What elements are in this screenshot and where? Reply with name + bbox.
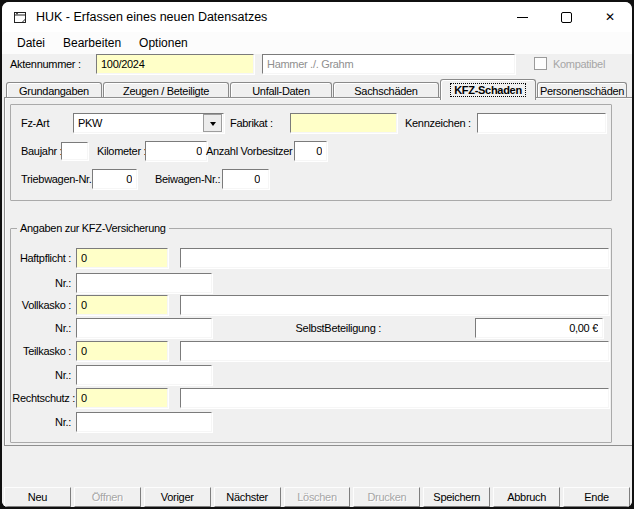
triebwagen-input[interactable] (92, 169, 137, 189)
close-button[interactable]: ✕ (588, 2, 632, 32)
teilkasko-nr-input[interactable] (76, 365, 212, 385)
kennzeichen-input[interactable] (477, 113, 606, 133)
form-icon (12, 9, 28, 25)
teilkasko-label: Teilkasko : (11, 341, 71, 361)
window-controls: ✕ (500, 2, 632, 32)
vollkasko-label: Vollkasko : (11, 295, 71, 315)
vollkasko-amount-input[interactable] (76, 295, 168, 315)
beiwagen-input[interactable] (222, 169, 269, 189)
minimize-icon (517, 17, 528, 18)
vollkasko-nr-input[interactable] (76, 318, 212, 338)
fzart-label: Fz-Art (21, 113, 49, 133)
close-icon: ✕ (605, 11, 615, 23)
speichern-button[interactable]: Speichern (423, 487, 490, 507)
buttonbar: Neu Öffnen Voriger Nächster Löschen Druc… (4, 487, 630, 507)
vorbesitzer-label: Anzahl Vorbesitzer : (206, 141, 290, 161)
kfz-versicherung-title: Angaben zur KFZ-Versicherung (17, 222, 169, 234)
maximize-button[interactable] (544, 2, 588, 32)
vehicle-group: Fz-Art PKW Fabrikat : Kennzeichen : Bauj… (10, 104, 612, 201)
rechtschutz-name-input[interactable] (180, 388, 609, 408)
naechster-button[interactable]: Nächster (214, 487, 281, 507)
chevron-down-icon (210, 122, 216, 129)
aktennummer-row: Aktennummer : Kompatibel (2, 54, 632, 74)
neu-button[interactable]: Neu (4, 487, 71, 507)
menubar: Datei Bearbeiten Optionen (2, 32, 632, 54)
oeffnen-button: Öffnen (74, 487, 141, 507)
fzart-value: PKW (74, 114, 202, 132)
menu-item-bearbeiten[interactable]: Bearbeiten (54, 34, 130, 52)
fabrikat-input[interactable] (290, 113, 397, 133)
haftpflicht-name-input[interactable] (180, 248, 609, 268)
haftpflicht-amount-input[interactable] (76, 248, 168, 268)
teilkasko-nr-label: Nr.: (11, 365, 71, 385)
beiwagen-label: Beiwagen-Nr.: (155, 169, 220, 189)
kilometer-label: Kilometer : (97, 141, 146, 161)
vollkasko-nr-label: Nr.: (11, 318, 71, 338)
app-window: HUK - Erfassen eines neuen Datensatzes ✕… (0, 0, 634, 509)
case-name-input[interactable] (262, 54, 515, 74)
ende-button[interactable]: Ende (563, 487, 630, 507)
form-body: Aktennummer : Kompatibel Grundangaben Ze… (2, 54, 632, 507)
titlebar: HUK - Erfassen eines neuen Datensatzes ✕ (2, 2, 632, 32)
fzart-combobox[interactable]: PKW (73, 113, 224, 133)
fzart-dropdown-button[interactable] (203, 114, 222, 132)
rechtschutz-label: Rechtschutz : (11, 388, 75, 408)
vorbesitzer-input[interactable] (294, 141, 327, 161)
selbstbeteiligung-input[interactable] (475, 318, 603, 338)
teilkasko-amount-input[interactable] (76, 341, 168, 361)
rechtschutz-nr-input[interactable] (76, 412, 212, 432)
kilometer-input[interactable] (145, 141, 207, 161)
window-title: HUK - Erfassen eines neuen Datensatzes (36, 10, 267, 24)
fabrikat-label: Fabrikat : (230, 113, 273, 133)
kompatibel-label: Kompatibel (553, 54, 605, 74)
haftpflicht-nr-input[interactable] (76, 273, 212, 293)
teilkasko-name-input[interactable] (180, 341, 609, 361)
maximize-icon (561, 12, 572, 23)
kennzeichen-label: Kennzeichen : (405, 113, 471, 133)
kompatibel-checkbox (534, 57, 547, 70)
baujahr-input[interactable] (61, 142, 88, 160)
minimize-button[interactable] (500, 2, 544, 32)
menu-item-datei[interactable]: Datei (8, 34, 54, 52)
aktennummer-label: Aktennummer : (10, 54, 81, 74)
abbruch-button[interactable]: Abbruch (493, 487, 560, 507)
baujahr-label: Baujahr : (21, 141, 62, 161)
vollkasko-name-input[interactable] (180, 295, 609, 315)
loeschen-button: Löschen (284, 487, 351, 507)
haftpflicht-label: Haftpflicht : (11, 248, 71, 268)
rechtschutz-nr-label: Nr.: (11, 412, 71, 432)
tabpage-kfz-schaden: Fz-Art PKW Fabrikat : Kennzeichen : Bauj… (4, 97, 634, 446)
tab-kfz-schaden[interactable]: KFZ-Schaden (440, 79, 536, 100)
kfz-versicherung-group: Angaben zur KFZ-Versicherung Haftpflicht… (10, 222, 612, 443)
rechtschutz-amount-input[interactable] (76, 388, 168, 408)
voriger-button[interactable]: Voriger (144, 487, 211, 507)
selbstbeteiligung-label: SelbstBeteiligung : (289, 318, 381, 338)
triebwagen-label: Triebwagen-Nr.: (21, 169, 94, 189)
drucken-button: Drucken (353, 487, 420, 507)
haftpflicht-nr-label: Nr.: (11, 273, 71, 293)
aktennummer-input[interactable] (96, 54, 254, 74)
menu-item-optionen[interactable]: Optionen (130, 34, 197, 52)
